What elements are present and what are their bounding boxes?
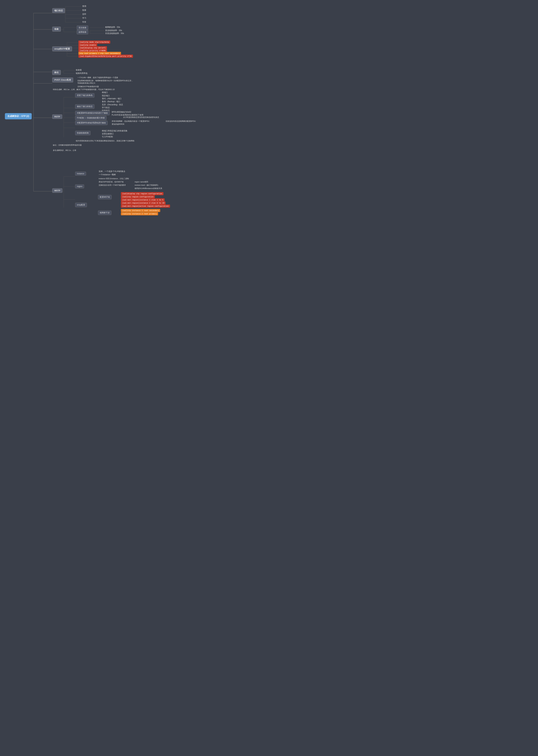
cmd-instance2: [sw1-mst-region]instance 2 vlan 6 to 10 [121,201,166,205]
pvst-section: PVST: Cisco私有 [52,78,73,83]
cmd-instance2-root: [sw1]stp instance 2 root primary [121,212,158,215]
rstp-defect: 缺点：没有解决链路利用率低的问题 [52,144,82,147]
instance-item2: 一个instance一颗树 [98,173,117,176]
bpdu-logic-label: 对配置BPDU的处理逻辑进行修改 [75,121,108,125]
pa-mechanism-label: P/A机制 --- 快速收敛的重大举措 [75,116,106,120]
pvst-item-2: 但如果树的数量过多，每棵树都需要存在2S一次的配置BPDU的泛洪， 导致链路资源… [77,79,134,85]
cmd-stp-port-priority: [sw1-GigabitEthernet0/0/1]stp port prior… [79,55,133,58]
port-state-forwarding: 转发 [82,20,87,24]
config-mst-label: 配置MST域 [98,195,112,199]
fault-convergence-indirect: 非直连链路故障：50s [105,32,125,35]
root-bridge-label: 根网桥干涉 [98,211,111,215]
convergence-section: 收敛 [52,27,61,31]
region-req1: region name相同 [134,180,149,183]
bpdu-content-label: 对配置BPDU的报文内容进行了修改 [75,111,110,115]
port-roles-label: 变更了端口的角色 [75,93,94,97]
port-state-listening: 监听 [82,12,87,16]
role-backup: 备份（Backup）端口 [101,100,121,103]
region-label: region [75,184,84,188]
bpdu-logic-item1: 所有非根网桥，也会每隔2S发送一个配置BPDU [111,120,150,123]
pvst-item-1: 一个VLAN一棵树，提供了链路利用率低的一个思路 [77,76,119,79]
instance-label: instance [75,172,86,176]
cmd-display-region: [sw1]display stp region-configuration [121,192,164,195]
pvst-item-3: 没有解决STP收敛慢的问题 [77,85,99,88]
cmd-instance1: [sw1-mst-region]instance 1 vlan 1 to 5 [121,198,165,201]
port-states-section: 端口状态 [52,8,65,13]
fast-conv-item3: 引入P/A机制 [101,135,114,139]
cmd-stp-region-config: [sw1]stp region-configuration [121,195,155,198]
rstp-section: RSTP [52,114,62,119]
cmd-active-region: [sw1-mst-region]active region-configurat… [121,205,170,208]
defect-slow-convergence: 收敛慢 [75,68,82,72]
pa-mechanism-detail: 从计时器控制状态变化到选完角色就变化状态 [123,116,160,119]
cmd-stp-mode: [sw1]stp mode stp/rstp/mstp [79,40,110,44]
port-state-blocking: 阻塞 [82,9,87,12]
first-convergence-detail: 根网桥故障：50s [105,26,121,29]
port-states-label: 修改了接口的状态 [75,104,94,109]
topology-change: 拓扑变更机制发生变化 TC将直接由事故设备发出，直接泛洪整个交换网络 [75,139,135,142]
mstp-intro: 多生成树协议，802.1s，公有 [52,149,77,152]
port-state-disabled: 禁用 [82,5,87,8]
ensp-config-label: ensp配置 [75,203,87,207]
region-req3: 相同的VLAN和instance的映射关系 [134,187,163,190]
region-req2: revision level（修订等级相同） [134,184,160,187]
role-root: 根端口 [101,91,108,94]
mstp-section: MSTP [52,188,62,193]
first-convergence-label: 首次收敛 [77,26,88,30]
region-intro3: 交换机划分在同一个MST域的要求 [98,184,127,187]
main-topic: 生成树协议：STP (2) [5,113,32,119]
fast-convergence-label: 快速收敛机制 [75,131,90,135]
region-intro2: 类似OSPF的区域，也叫MST域 [98,180,124,183]
fault-convergence-label: 故障收敛 [77,30,88,34]
mind-map: 生成树协议：STP (2) [3,3,535,232]
bpdu-logic-note: 但发送的内容还是根网桥的配置BPDU [165,120,196,123]
port-state-learning: 学习 [82,16,87,20]
region-intro1: instance ID区分instance，12位二进制 [98,177,130,180]
ensp-stp-section: ensp的STP配置 [52,46,72,51]
bpdu-logic-item2: 更短的超时时间 [111,123,125,126]
instance-item1: 实例，一个或多个VLAN的集合 [98,170,126,173]
cmd-instance1-root: [sw1]stp instance 1 root secondary [121,209,160,212]
defect-low-utilization: 链路利用率低 [75,72,88,75]
defects-section: 缺点 [52,70,61,75]
